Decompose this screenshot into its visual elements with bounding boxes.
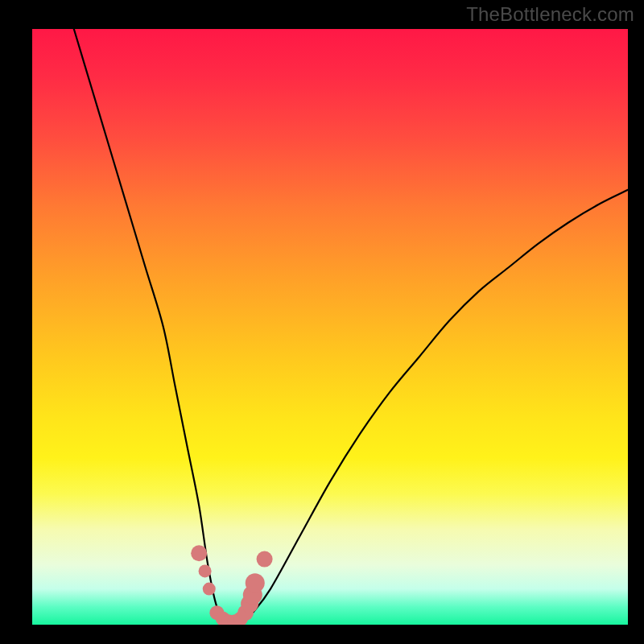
chart-frame: TheBottleneck.com bbox=[0, 0, 644, 644]
curve-marker bbox=[191, 545, 207, 561]
bottleneck-curve bbox=[74, 29, 628, 625]
curve-markers bbox=[191, 545, 272, 625]
bottleneck-curve-svg bbox=[32, 29, 628, 625]
plot-area bbox=[32, 29, 628, 625]
curve-marker bbox=[199, 564, 212, 577]
curve-marker bbox=[203, 583, 216, 596]
curve-marker bbox=[246, 573, 265, 592]
watermark-text: TheBottleneck.com bbox=[466, 3, 634, 26]
curve-marker bbox=[257, 551, 273, 568]
